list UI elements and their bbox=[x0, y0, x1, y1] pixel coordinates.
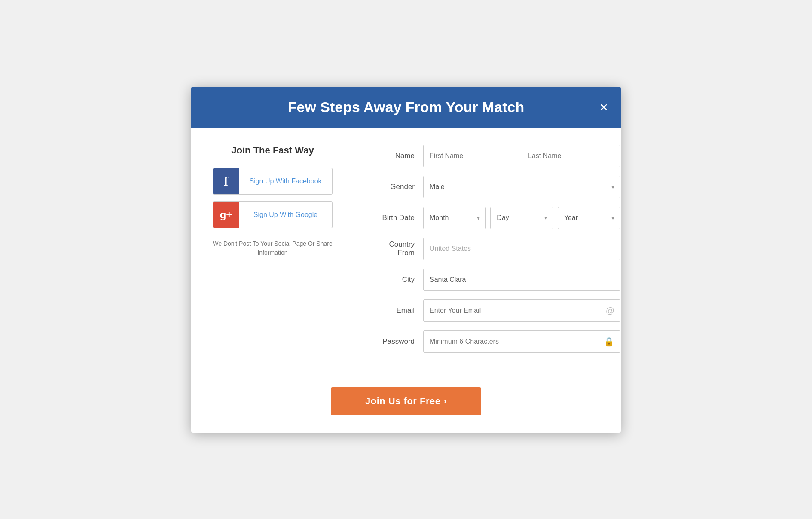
email-input[interactable] bbox=[423, 299, 620, 322]
name-inputs bbox=[423, 145, 620, 167]
name-label: Name bbox=[372, 152, 423, 160]
email-row: Email @ bbox=[372, 299, 620, 322]
google-btn-label: Sign Up With Google bbox=[239, 211, 332, 219]
day-select-wrapper: Day 12345 678910 1112131415 1617181920 2… bbox=[490, 207, 553, 229]
join-free-button[interactable]: Join Us for Free › bbox=[331, 387, 481, 415]
gender-row: Gender Male Female Other ▾ bbox=[372, 176, 620, 198]
left-panel: Join The Fast Way f Sign Up With Faceboo… bbox=[213, 145, 350, 361]
email-input-wrapper: @ bbox=[423, 299, 620, 322]
country-input[interactable] bbox=[423, 238, 620, 260]
month-select-wrapper: Month JanuaryFebruaryMarch AprilMayJune … bbox=[423, 207, 486, 229]
gender-select[interactable]: Male Female Other bbox=[423, 176, 620, 198]
password-label: Password bbox=[372, 337, 423, 346]
password-row: Password 🔒 bbox=[372, 330, 620, 353]
birth-selects: Month JanuaryFebruaryMarch AprilMayJune … bbox=[423, 207, 620, 229]
year-select-wrapper: Year 200520001995 199019851980 197519701… bbox=[558, 207, 620, 229]
facebook-btn-label: Sign Up With Facebook bbox=[239, 177, 332, 185]
country-row: Country From bbox=[372, 238, 620, 260]
day-select[interactable]: Day 12345 678910 1112131415 1617181920 2… bbox=[490, 207, 553, 229]
month-select[interactable]: Month JanuaryFebruaryMarch AprilMayJune … bbox=[423, 207, 486, 229]
facebook-signup-button[interactable]: f Sign Up With Facebook bbox=[213, 168, 333, 195]
password-input[interactable] bbox=[423, 330, 620, 353]
modal-footer: Join Us for Free › bbox=[191, 379, 621, 433]
lock-icon: 🔒 bbox=[604, 336, 614, 347]
city-label: City bbox=[372, 275, 423, 284]
google-signup-button[interactable]: g+ Sign Up With Google bbox=[213, 201, 333, 228]
modal-header: Few Steps Away From Your Match × bbox=[191, 87, 621, 128]
google-icon: g+ bbox=[213, 202, 239, 228]
email-label: Email bbox=[372, 306, 423, 315]
city-row: City bbox=[372, 269, 620, 291]
fast-way-heading: Join The Fast Way bbox=[231, 145, 314, 156]
gender-select-wrapper: Male Female Other ▾ bbox=[423, 176, 620, 198]
close-button[interactable]: × bbox=[600, 100, 608, 114]
birth-date-row: Birth Date Month JanuaryFebruaryMarch Ap… bbox=[372, 207, 620, 229]
signup-modal: Few Steps Away From Your Match × Join Th… bbox=[191, 87, 621, 433]
gender-label: Gender bbox=[372, 183, 423, 191]
facebook-icon: f bbox=[213, 168, 239, 194]
birth-date-label: Birth Date bbox=[372, 214, 423, 222]
modal-body: Join The Fast Way f Sign Up With Faceboo… bbox=[191, 128, 621, 379]
privacy-note: We Don't Post To Your Social Page Or Sha… bbox=[213, 239, 333, 257]
modal-title: Few Steps Away From Your Match bbox=[288, 99, 524, 116]
city-input[interactable] bbox=[423, 269, 620, 291]
first-name-input[interactable] bbox=[423, 145, 522, 167]
password-input-wrapper: 🔒 bbox=[423, 330, 620, 353]
at-icon: @ bbox=[606, 305, 614, 315]
country-label: Country From bbox=[372, 240, 423, 257]
year-select[interactable]: Year 200520001995 199019851980 197519701… bbox=[558, 207, 620, 229]
name-row: Name bbox=[372, 145, 620, 167]
last-name-input[interactable] bbox=[522, 145, 620, 167]
registration-form: Name Gender Male Female Other ▾ bbox=[350, 145, 620, 361]
